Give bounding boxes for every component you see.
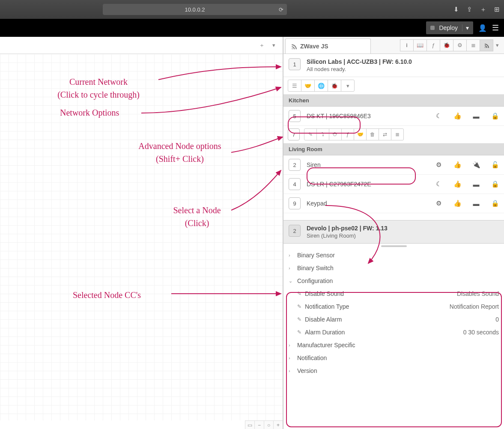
selected-node-title: Devolo | ph-pse02 | FW: 1.13 (307, 225, 388, 232)
deploy-caret-icon[interactable]: ▾ (462, 24, 469, 31)
cc-item-manufacturer[interactable]: ›Manufacturer Specific (283, 339, 504, 352)
node-interview-icon[interactable]: ⤵ (316, 128, 329, 140)
tab-context-icon[interactable]: ≣ (466, 39, 480, 51)
deploy-label: Deploy (439, 24, 458, 31)
advanced-node-row: 7 ✎ ⤵ ⛑ ƒ 🤝 🗑 ⇄ ≣ (283, 126, 504, 143)
sleep-icon: ☾ (435, 112, 442, 120)
cc-param-row[interactable]: ✎Notification TypeNotification Report (283, 300, 504, 313)
tab-history-icon[interactable]: ƒ (426, 39, 440, 51)
controller-row[interactable]: 1 Silicon Labs | ACC-UZB3 | FW: 6.10.0 A… (283, 54, 504, 77)
pencil-icon: ✎ (297, 316, 301, 322)
gear-icon: ⚙ (435, 161, 442, 169)
network-toolbar: ☰ 🤝 🌐 🐞 ▾ (283, 77, 504, 95)
node-row[interactable]: 4 DS LR | C27963F2472E ☾ 👍 ▬ 🔒 (283, 175, 504, 194)
cc-item-binary-switch[interactable]: ›Binary Switch (283, 262, 504, 274)
share-icon[interactable]: ⇪ (467, 6, 472, 14)
zoom-reset-icon[interactable]: ○ (264, 421, 273, 429)
advanced-node-toolbar: ✎ ⤵ ⛑ ƒ 🤝 🗑 ⇄ ≣ (304, 128, 404, 140)
tab-zwave-icon[interactable] (480, 39, 493, 51)
cc-param-row[interactable]: ✎Disable SoundDisables Sound (283, 287, 504, 300)
selected-node-header: 2 Devolo | ph-pse02 | FW: 1.13 Siren (Li… (283, 220, 504, 244)
lock-s2-icon: 🔒 (491, 200, 499, 207)
controller-title: Silicon Labs | ACC-UZB3 | FW: 6.10.0 (307, 58, 412, 65)
chevron-right-icon: › (289, 368, 294, 373)
chevron-right-icon: › (289, 253, 294, 258)
cc-item-configuration[interactable]: ⌄Configuration (283, 274, 504, 287)
tab-zwave-js[interactable]: ZWave JS (285, 39, 371, 54)
canvas-tab-bar: ＋ ▾ (0, 37, 283, 54)
node-associations-icon[interactable]: ƒ (341, 128, 354, 140)
tab-config-icon[interactable]: ⚙ (453, 39, 467, 51)
node-label: DS LR | C27963F2472E (307, 181, 429, 188)
node-health-icon[interactable]: ⛑ (329, 128, 342, 140)
network-more-icon[interactable]: ▾ (341, 80, 355, 92)
tab-menu-icon[interactable]: ▾ (269, 41, 278, 50)
tabs-icon[interactable]: ⊞ (494, 6, 500, 14)
tab-title: ZWave JS (300, 43, 328, 50)
rss-icon (291, 43, 297, 49)
tab-debug-icon[interactable]: 🐞 (440, 39, 453, 51)
node-row[interactable]: 2 Siren ⚙ 👍 🔌 🔓 (283, 155, 504, 175)
lock-s2-icon: 🔒 (491, 180, 499, 188)
cc-list: ›Binary Sensor ›Binary Switch ⌄Configura… (283, 247, 504, 379)
sleep-icon: ☾ (435, 180, 442, 188)
controller-id-badge: 1 (289, 58, 301, 70)
cc-item-notification[interactable]: ›Notification (283, 352, 504, 364)
refresh-icon[interactable]: ⟳ (279, 6, 283, 13)
url-bar[interactable]: 10.0.0.2 ⟳ (103, 4, 287, 15)
plug-icon: 🔌 (472, 161, 480, 169)
node-firmware-icon[interactable]: ≣ (391, 128, 404, 140)
zoom-out-icon[interactable]: − (254, 421, 264, 429)
node-row[interactable]: 5 DS KT | 196C859846E3 ☾ 👍 ▬ 🔒 (283, 107, 504, 126)
node-id-badge: 4 (289, 178, 301, 190)
node-id-badge: 5 (289, 110, 301, 122)
node-id-badge: 9 (289, 197, 301, 209)
node-replace-icon[interactable]: ⇄ (379, 128, 391, 140)
navigator-icon[interactable]: ▭ (245, 421, 254, 429)
sidebar-tab-bar: ZWave JS i 📖 ƒ 🐞 ⚙ ≣ ▾ (283, 37, 504, 54)
node-handshake-icon[interactable]: 🤝 (354, 128, 367, 140)
network-heal-icon[interactable]: 🌐 (314, 80, 328, 92)
cc-param-row[interactable]: ✎Alarm Duration0 30 seconds (283, 326, 504, 339)
node-id-badge[interactable]: 7 (288, 128, 300, 140)
network-list-icon[interactable]: ☰ (288, 80, 301, 92)
cc-item-version[interactable]: ›Version (283, 364, 504, 377)
user-icon[interactable]: 👤 (478, 24, 487, 32)
deploy-button[interactable]: Deploy ▾ (426, 21, 473, 34)
canvas-footer: ▭ − ○ + (245, 420, 283, 429)
url-text: 10.0.0.2 (185, 6, 205, 13)
pencil-icon: ✎ (297, 291, 301, 297)
tab-info-icon[interactable]: i (400, 39, 414, 51)
cc-param-row[interactable]: ✎Disable Alarm0 (283, 313, 504, 326)
browser-chrome: 10.0.0.2 ⟳ ⬇ ⇪ ＋ ⊞ (0, 0, 504, 19)
canvas-grid[interactable] (0, 54, 283, 420)
unlock-icon: 🔓 (491, 161, 499, 169)
room-header-kitchen: Kitchen (283, 95, 504, 107)
download-icon[interactable]: ⬇ (453, 6, 459, 14)
zoom-in-icon[interactable]: + (273, 421, 283, 429)
node-label: DS KT | 196C859846E3 (307, 113, 429, 119)
room-header-living-room: Living Room (283, 143, 504, 155)
controller-status: All nodes ready. (307, 66, 412, 72)
health-icon: 👍 (453, 112, 461, 120)
battery-icon: ▬ (472, 181, 480, 188)
gear-icon: ⚙ (435, 200, 442, 207)
cc-item-binary-sensor[interactable]: ›Binary Sensor (283, 249, 504, 262)
tab-help-icon[interactable]: 📖 (413, 39, 427, 51)
network-debug-icon[interactable]: 🐞 (328, 80, 341, 92)
sidebar-panel: ZWave JS i 📖 ƒ 🐞 ⚙ ≣ ▾ 1 Silicon Labs | (283, 37, 504, 429)
node-edit-icon[interactable]: ✎ (304, 128, 317, 140)
add-tab-icon[interactable]: ＋ (257, 41, 266, 50)
selected-node-id-badge: 2 (289, 225, 301, 237)
deploy-status-icon (430, 26, 435, 30)
flow-canvas[interactable]: ＋ ▾ ▭ − ○ + Current Network (Click to cy… (0, 37, 283, 429)
selected-node-sub: Siren (Living Room) (307, 232, 388, 239)
node-row[interactable]: 9 Keypad ⚙ 👍 ▬ 🔒 (283, 194, 504, 213)
network-include-icon[interactable]: 🤝 (301, 80, 315, 92)
new-tab-icon[interactable]: ＋ (480, 6, 486, 14)
tab-more-icon[interactable]: ▾ (493, 39, 501, 51)
node-remove-icon[interactable]: 🗑 (366, 128, 379, 140)
menu-icon[interactable]: ☰ (492, 23, 499, 33)
node-label: Siren (307, 161, 429, 168)
node-label: Keypad (307, 200, 429, 207)
